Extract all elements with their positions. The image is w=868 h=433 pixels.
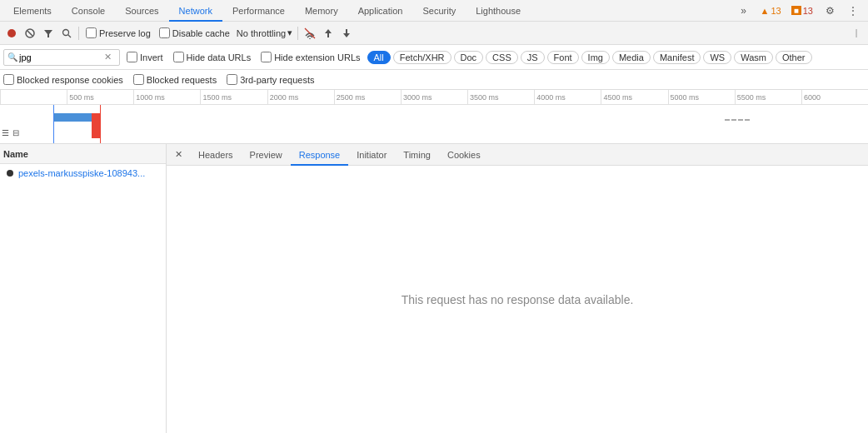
download-icon[interactable] <box>338 25 355 42</box>
hide-ext-urls-label[interactable]: Hide extension URLs <box>257 52 363 62</box>
more-icon[interactable]: ⋮ <box>843 1 863 21</box>
response-tab-timing[interactable]: Timing <box>395 144 439 166</box>
file-item-dot <box>7 170 13 177</box>
preserve-log-checkbox-label[interactable]: Preserve log <box>82 27 154 38</box>
tab-console[interactable]: Console <box>62 0 115 22</box>
tick-7: 3500 ms <box>467 90 534 104</box>
hide-data-urls-checkbox[interactable] <box>173 52 184 62</box>
svg-point-0 <box>7 29 16 37</box>
type-filter-media[interactable]: Media <box>612 51 651 64</box>
tab-elements[interactable]: Elements <box>3 0 62 22</box>
third-party-label[interactable]: 3rd-party requests <box>227 74 314 85</box>
type-filter-manifest[interactable]: Manifest <box>653 51 701 64</box>
type-filter-doc[interactable]: Doc <box>454 51 484 64</box>
type-filter-all[interactable]: All <box>367 51 391 64</box>
type-filter-img[interactable]: Img <box>581 51 610 64</box>
type-filter-wasm[interactable]: Wasm <box>734 51 773 64</box>
error-square-icon: ■ <box>791 6 801 15</box>
type-filter-css[interactable]: CSS <box>486 51 518 64</box>
disable-cache-label: Disable cache <box>172 28 230 38</box>
invert-checkbox-label[interactable]: Invert <box>123 52 167 62</box>
timeline-dashed-line <box>725 119 750 121</box>
type-filter-fetch-xhr[interactable]: Fetch/XHR <box>393 51 451 64</box>
warning-count: 13 <box>771 6 781 16</box>
svg-line-5 <box>68 34 72 37</box>
blocked-cookies-text: Blocked response cookies <box>17 75 123 85</box>
response-tab-preview[interactable]: Preview <box>242 144 291 166</box>
settings-icon[interactable]: ⚙ <box>820 1 840 21</box>
separator-1 <box>78 27 79 40</box>
tab-network[interactable]: Network <box>169 0 222 22</box>
filter-row: 🔍 ✕ Invert Hide data URLs Hide extension… <box>0 45 868 70</box>
timeline-icon-bars[interactable]: ⊟ <box>12 128 19 137</box>
tick-5: 2500 ms <box>334 90 401 104</box>
invert-checkbox[interactable] <box>127 52 137 62</box>
tab-memory[interactable]: Memory <box>295 0 348 22</box>
tick-4: 2000 ms <box>267 90 334 104</box>
hide-data-urls-label[interactable]: Hide data URLs <box>170 52 255 62</box>
tick-2: 1000 ms <box>133 90 200 104</box>
search-input[interactable] <box>19 52 102 62</box>
offline-icon[interactable] <box>302 25 318 42</box>
type-filter-font[interactable]: Font <box>547 51 579 64</box>
error-badge[interactable]: ■ 13 <box>788 6 816 16</box>
search-icon[interactable] <box>58 25 75 42</box>
tick-1: 500 ms <box>67 90 133 104</box>
separator-2 <box>297 27 298 40</box>
svg-point-6 <box>309 37 311 38</box>
list-header: Name <box>0 144 166 164</box>
dock-icon[interactable]: | <box>848 25 865 42</box>
timeline-icon-list[interactable]: ☰ <box>2 128 9 137</box>
svg-marker-9 <box>343 29 350 37</box>
third-party-text: 3rd-party requests <box>240 75 314 85</box>
file-item-name: pexels-markusspiske-108943... <box>18 168 145 178</box>
clear-search-button[interactable]: ✕ <box>104 52 112 62</box>
throttle-dropdown[interactable]: No throttling ▾ <box>235 27 294 38</box>
hide-data-urls-text: Hide data URLs <box>187 52 252 62</box>
response-tab-initiator[interactable]: Initiator <box>348 144 395 166</box>
timeline-area[interactable]: 500 ms 1000 ms 1500 ms 2000 ms 2500 ms 3… <box>0 90 868 144</box>
preserve-log-checkbox[interactable] <box>86 27 97 38</box>
close-tab-button[interactable]: ✕ <box>170 147 187 163</box>
left-panel: Name pexels-markusspiske-108943... <box>0 144 167 433</box>
blocked-requests-checkbox[interactable] <box>133 74 144 85</box>
hide-ext-urls-checkbox[interactable] <box>261 52 272 62</box>
response-tab-cookies[interactable]: Cookies <box>439 144 489 166</box>
svg-point-4 <box>63 29 69 35</box>
tick-8: 4000 ms <box>534 90 601 104</box>
warning-badge[interactable]: ▲ 13 <box>757 6 785 16</box>
overflow-icon[interactable]: » <box>734 1 754 21</box>
throttle-label: No throttling <box>237 28 286 38</box>
tick-6: 3000 ms <box>401 90 467 104</box>
record-button[interactable] <box>3 25 20 42</box>
blocked-cookies-checkbox[interactable] <box>3 74 14 85</box>
tab-application[interactable]: Application <box>348 0 413 22</box>
timeline-cursor-blue <box>53 105 54 144</box>
blocked-requests-text: Blocked requests <box>147 75 217 85</box>
blocked-requests-label[interactable]: Blocked requests <box>133 74 217 85</box>
filter-icon[interactable] <box>40 25 57 42</box>
checkbox-row: Blocked response cookies Blocked request… <box>0 70 868 90</box>
disable-cache-checkbox-label[interactable]: Disable cache <box>156 27 233 38</box>
file-list-item[interactable]: pexels-markusspiske-108943... <box>0 164 166 182</box>
toolbar: Preserve log Disable cache No throttling… <box>0 22 868 45</box>
tick-12: 6000 <box>801 90 868 104</box>
tick-3: 1500 ms <box>200 90 267 104</box>
response-tab-response[interactable]: Response <box>291 144 349 166</box>
blocked-cookies-label[interactable]: Blocked response cookies <box>3 74 123 85</box>
tick-10: 5000 ms <box>668 90 735 104</box>
tab-lighthouse[interactable]: Lighthouse <box>466 0 531 22</box>
upload-icon[interactable] <box>320 25 337 42</box>
disable-cache-checkbox[interactable] <box>159 27 170 38</box>
type-filter-ws[interactable]: WS <box>703 51 731 64</box>
clear-button[interactable] <box>22 25 38 42</box>
third-party-checkbox[interactable] <box>227 74 237 85</box>
response-tab-headers[interactable]: Headers <box>190 144 242 166</box>
tick-9: 4500 ms <box>601 90 667 104</box>
tab-performance[interactable]: Performance <box>222 0 295 22</box>
type-filter-js[interactable]: JS <box>521 51 545 64</box>
tab-security[interactable]: Security <box>412 0 466 22</box>
tab-sources[interactable]: Sources <box>115 0 168 22</box>
type-filter-other[interactable]: Other <box>776 51 812 64</box>
top-tab-bar: Elements Console Sources Network Perform… <box>0 0 868 22</box>
